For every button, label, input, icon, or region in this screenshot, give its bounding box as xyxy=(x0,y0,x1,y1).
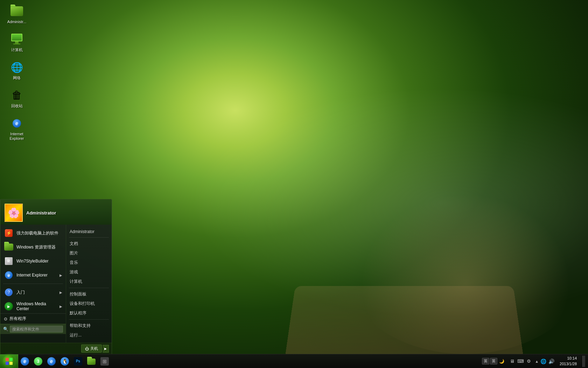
all-programs-label: 所有程序 xyxy=(9,316,26,322)
right-menu-control-panel[interactable]: 控制面板 xyxy=(66,289,112,299)
svg-rect-3 xyxy=(9,362,13,365)
right-menu-help-label: 帮助和支持 xyxy=(70,323,91,329)
shutdown-arrow-button[interactable]: ▶ xyxy=(103,345,109,353)
shutdown-label: 关机 xyxy=(90,346,98,351)
wmc-icon: ▶ xyxy=(4,301,14,311)
windows-logo-icon xyxy=(5,357,13,365)
intro-icon: ? xyxy=(4,287,14,297)
wmc-arrow: ▶ xyxy=(59,305,62,308)
system-clock[interactable]: 10:14 2013/1/28 xyxy=(557,356,580,367)
ie-menu-icon: e xyxy=(4,270,14,280)
right-menu-computer-label: 计算机 xyxy=(70,279,82,285)
desktop-icon-recycle[interactable]: 🗑 回收站 xyxy=(3,87,31,110)
right-menu-help[interactable]: 帮助和支持 xyxy=(66,321,112,330)
menu-item-explorer-label: Windows 资源管理器 xyxy=(16,244,56,250)
user-name: Administrator xyxy=(26,210,56,216)
search-icon: 🔍 xyxy=(3,327,8,332)
start-menu-header: 🌸 Administrator xyxy=(0,199,112,225)
ie-icon: e xyxy=(13,119,21,128)
right-menu-games[interactable]: 游戏 xyxy=(66,267,112,277)
right-menu-default-programs-label: 默认程序 xyxy=(70,310,86,316)
tray-indicators: ▲ 🌐 🔊 xyxy=(534,358,555,365)
shutdown-button[interactable]: ⏻ 关机 xyxy=(81,345,102,353)
right-menu-documents[interactable]: 文档 xyxy=(66,239,112,248)
desktop-icon-recycle-label: 回收站 xyxy=(11,104,23,108)
explorer-taskbar-icon xyxy=(87,358,96,365)
right-menu-run[interactable]: 运行... xyxy=(66,330,112,340)
desktop-icon-ie-label: InternetExplorer xyxy=(10,132,24,141)
desktop-icon-computer-label: 计算机 xyxy=(11,48,23,52)
taskbar-item-explorer[interactable] xyxy=(85,355,98,368)
menu-item-intro-label: 入门 xyxy=(16,289,25,295)
user-avatar-image: 🌸 xyxy=(8,207,20,219)
recycle-icon: 🗑 xyxy=(12,89,22,101)
right-menu-devices[interactable]: 设备和打印机 xyxy=(66,299,112,308)
menu-item-wmc[interactable]: ▶ Windows Media Center ▶ xyxy=(0,299,66,313)
right-separator-2 xyxy=(69,288,109,288)
right-menu-control-panel-label: 控制面板 xyxy=(70,291,86,297)
right-menu-pictures[interactable]: 图片 xyxy=(66,248,112,258)
settings-icon[interactable]: ⚙ xyxy=(526,358,532,364)
network-tray-icon[interactable]: 🌐 xyxy=(539,358,547,365)
taskbar-item-ie2[interactable]: e xyxy=(45,355,58,368)
ps-taskbar-icon: Ps xyxy=(74,357,82,366)
ie-arrow: ▶ xyxy=(59,273,62,277)
keyboard-icon[interactable]: ⌨ xyxy=(516,358,525,364)
ie-taskbar-icon: e xyxy=(21,357,29,366)
svg-rect-0 xyxy=(6,358,9,361)
menu-item-uninstall[interactable]: ⚡ 强力卸载电脑上的软件 xyxy=(0,226,66,240)
menu-item-ie[interactable]: e Internet Explorer ▶ xyxy=(0,268,66,282)
volume-tray-icon[interactable]: 🔊 xyxy=(547,358,555,365)
menu-item-intro[interactable]: ? 入门 ▶ xyxy=(0,285,66,299)
right-separator-1 xyxy=(69,237,109,238)
desktop-icon-admin-folder[interactable]: Administr... xyxy=(3,3,31,26)
shutdown-arrow-icon: ▶ xyxy=(104,347,107,350)
desktop-icon-computer[interactable]: 计算机 xyxy=(3,31,31,54)
network-icon: 🌐 xyxy=(11,62,23,73)
360-taskbar-icon: 3 xyxy=(34,357,42,366)
taskbar-item-unknown[interactable]: ⊞ xyxy=(98,355,111,368)
right-menu-administrator[interactable]: Administrator xyxy=(66,227,112,236)
system-tray: 英 英 🌙 🖥 ⌨ ⚙ ▲ 🌐 🔊 10:14 2013/1/28 xyxy=(478,354,588,368)
right-menu-music-label: 音乐 xyxy=(70,260,78,266)
start-menu-body: ⚡ 强力卸载电脑上的软件 Windows 资源管理器 🛠 Win7StyleBu… xyxy=(0,225,112,343)
search-input[interactable] xyxy=(10,326,63,333)
ime-mode-button[interactable]: 英 xyxy=(490,358,497,364)
taskbar-item-ps[interactable]: Ps xyxy=(71,355,85,368)
right-menu-default-programs[interactable]: 默认程序 xyxy=(66,308,112,318)
right-separator-3 xyxy=(69,319,109,320)
unknown-taskbar-icon: ⊞ xyxy=(100,357,109,366)
menu-item-ie-label: Internet Explorer xyxy=(16,273,48,278)
svg-rect-2 xyxy=(6,362,9,365)
menu-item-uninstall-label: 强力卸载电脑上的软件 xyxy=(16,230,58,236)
win7builder-icon: 🛠 xyxy=(4,256,14,266)
desktop-icon-admin-folder-label: Administr... xyxy=(7,20,26,24)
ime-moon-icon[interactable]: 🌙 xyxy=(498,358,505,364)
right-menu-games-label: 游戏 xyxy=(70,269,78,275)
all-programs-icon: ⊙ xyxy=(4,316,7,321)
taskbar: e 3 e 🐧 Ps ⊞ 英 英 🌙 xyxy=(0,354,588,368)
desktop-icon-network[interactable]: 🌐 网络 xyxy=(3,59,31,82)
right-menu-computer[interactable]: 计算机 xyxy=(66,277,112,286)
taskbar-item-ie[interactable]: e xyxy=(18,355,31,368)
taskbar-item-360[interactable]: 3 xyxy=(31,355,45,368)
intro-arrow: ▶ xyxy=(59,291,62,294)
show-desktop-button[interactable] xyxy=(582,356,585,367)
ime-lang-button[interactable]: 英 xyxy=(482,358,489,364)
desktop-icon-ie[interactable]: e InternetExplorer xyxy=(3,115,31,142)
menu-item-win7builder-label: Win7StyleBuilder xyxy=(16,259,48,264)
desktop-icon-network-label: 网络 xyxy=(13,76,21,80)
expand-tray-button[interactable]: ▲ xyxy=(534,359,539,363)
right-menu-music[interactable]: 音乐 xyxy=(66,258,112,267)
start-button[interactable] xyxy=(0,354,18,368)
ime-area: 英 英 🌙 xyxy=(481,358,507,364)
menu-separator-1 xyxy=(3,284,63,284)
all-programs-button[interactable]: ⊙ 所有程序 xyxy=(0,313,66,324)
user-avatar: 🌸 xyxy=(5,204,23,222)
menu-item-win7builder[interactable]: 🛠 Win7StyleBuilder xyxy=(0,254,66,268)
taskbar-item-qq[interactable]: 🐧 xyxy=(58,355,71,368)
menu-item-explorer[interactable]: Windows 资源管理器 xyxy=(0,240,66,254)
screen-icon[interactable]: 🖥 xyxy=(509,358,516,364)
computer-icon xyxy=(10,34,23,45)
tray-icons: 🖥 ⌨ ⚙ xyxy=(508,358,533,364)
